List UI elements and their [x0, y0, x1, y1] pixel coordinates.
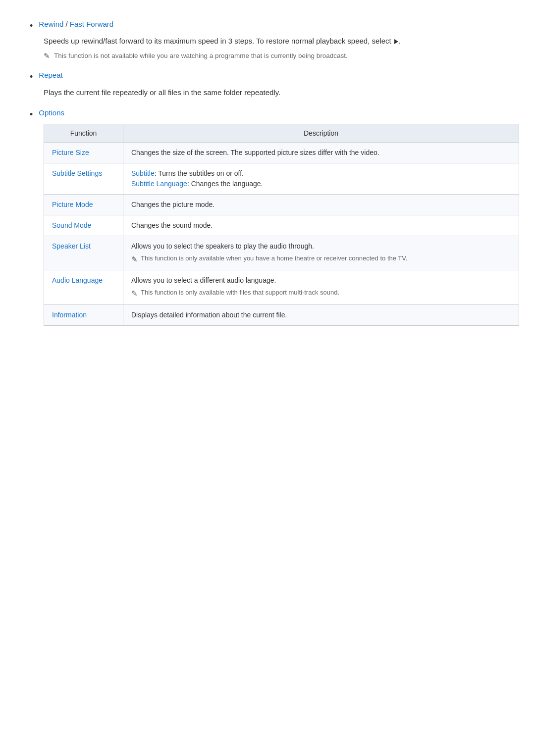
table-row: Information Displays detailed informatio… [44, 304, 519, 325]
audio-language-note: ✎ This function is only available with f… [131, 288, 511, 300]
note-pencil-icon: ✎ [44, 51, 50, 60]
note-pencil-icon-3: ✎ [131, 288, 138, 300]
subtitle-language-label: Subtitle Language [131, 180, 187, 188]
table-row: Audio Language Allows you to select a di… [44, 270, 519, 305]
speaker-list-text: Allows you to select the speakers to pla… [131, 242, 314, 250]
options-title: Options [39, 108, 64, 117]
repeat-body-text: Plays the current file repeatedly or all… [44, 88, 280, 97]
sound-mode-desc: Changes the sound mode. [123, 215, 519, 236]
subtitle-label: Subtitle [131, 169, 155, 177]
play-arrow-icon [394, 39, 398, 44]
speaker-list-func: Speaker List [44, 236, 123, 270]
bullet-dot-2: • [30, 71, 33, 83]
options-bullet: • Options [30, 108, 505, 121]
fast-forward-label: Fast Forward [70, 20, 113, 28]
rewind-label: Rewind [39, 20, 63, 28]
table-row: Sound Mode Changes the sound mode. [44, 215, 519, 236]
repeat-body: Plays the current file repeatedly or all… [44, 87, 505, 99]
repeat-bullet: • Repeat [30, 71, 505, 83]
rewind-ff-title: Rewind / Fast Forward [39, 20, 113, 28]
sound-mode-func: Sound Mode [44, 215, 123, 236]
separator: / [66, 20, 70, 28]
subtitle-settings-func: Subtitle Settings [44, 163, 123, 194]
table-row: Picture Size Changes the size of the scr… [44, 142, 519, 163]
rewind-ff-note-text: This function is not available while you… [54, 51, 348, 61]
subtitle-text-2: : Changes the language. [187, 180, 263, 188]
rewind-ff-body-text: Speeds up rewind/fast forward to its max… [44, 37, 393, 45]
options-section: • Options Function Description Picture S… [30, 108, 505, 326]
table-row: Subtitle Settings Subtitle: Turns the su… [44, 163, 519, 194]
information-desc: Displays detailed information about the … [123, 304, 519, 325]
speaker-list-desc: Allows you to select the speakers to pla… [123, 236, 519, 270]
picture-mode-desc: Changes the picture mode. [123, 194, 519, 215]
repeat-section: • Repeat Plays the current file repeated… [30, 71, 505, 98]
bullet-dot: • [30, 20, 33, 32]
rewind-ff-section: • Rewind / Fast Forward Speeds up rewind… [30, 20, 505, 61]
repeat-title: Repeat [39, 71, 62, 79]
rewind-ff-note: ✎ This function is not available while y… [44, 51, 505, 61]
repeat-label: Repeat [39, 71, 62, 79]
description-column-header: Description [123, 124, 519, 142]
information-func: Information [44, 304, 123, 325]
rewind-ff-bullet: • Rewind / Fast Forward [30, 20, 505, 32]
note-pencil-icon-2: ✎ [131, 254, 138, 265]
picture-size-func: Picture Size [44, 142, 123, 163]
subtitle-text-1: : Turns the subtitles on or off. [155, 169, 244, 177]
period: . [398, 37, 400, 45]
speaker-list-note-text: This function is only available when you… [141, 253, 407, 263]
subtitle-settings-desc: Subtitle: Turns the subtitles on or off.… [123, 163, 519, 194]
audio-language-desc: Allows you to select a different audio l… [123, 270, 519, 305]
table-row: Speaker List Allows you to select the sp… [44, 236, 519, 270]
rewind-ff-body: Speeds up rewind/fast forward to its max… [44, 35, 505, 47]
options-table: Function Description Picture Size Change… [44, 124, 519, 326]
picture-size-desc: Changes the size of the screen. The supp… [123, 142, 519, 163]
audio-language-text: Allows you to select a different audio l… [131, 276, 276, 284]
bullet-dot-3: • [30, 108, 33, 121]
table-row: Picture Mode Changes the picture mode. [44, 194, 519, 215]
speaker-list-note: ✎ This function is only available when y… [131, 253, 511, 265]
audio-language-func: Audio Language [44, 270, 123, 305]
options-label: Options [39, 108, 64, 117]
function-column-header: Function [44, 124, 123, 142]
table-header-row: Function Description [44, 124, 519, 142]
audio-language-note-text: This function is only available with fil… [141, 288, 339, 298]
picture-mode-func: Picture Mode [44, 194, 123, 215]
